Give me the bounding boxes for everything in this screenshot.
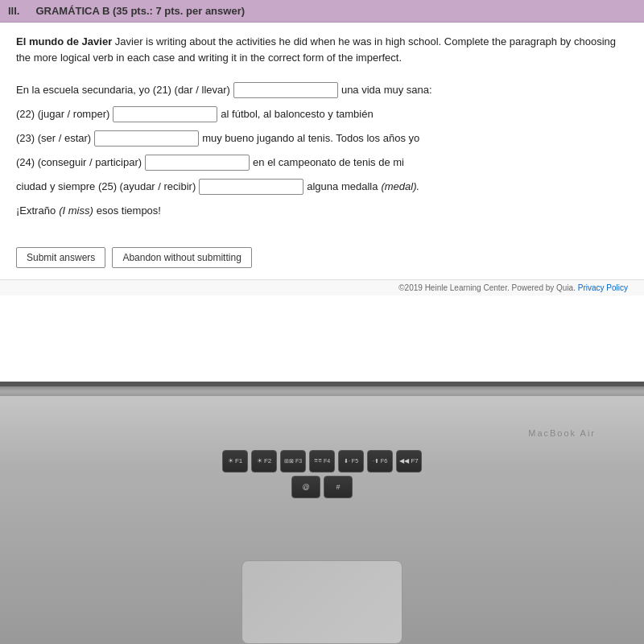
line5-after: alguna medalla [307, 176, 378, 197]
copyright-text: ©2019 Heinle Learning Center. Powered by… [398, 283, 576, 292]
line2-after: al fútbol, al baloncesto y también [221, 104, 373, 125]
key-f1[interactable]: ☀ F1 [222, 450, 248, 473]
exercise-line-1: En la escuela secundaria, yo (21) (dar /… [16, 80, 628, 101]
instructions: El mundo de Javier Javier is writing abo… [16, 34, 628, 65]
key-f7[interactable]: ◀◀ F7 [396, 450, 422, 473]
key-f5[interactable]: ⬇· F5 [338, 450, 364, 473]
answer-input-23[interactable] [94, 130, 199, 147]
section-title: GRAMÁTICA B (35 pts.: 7 pts. per answer) [35, 5, 245, 17]
answer-input-21[interactable] [233, 82, 338, 98]
keyboard: ☀ F1 ☀ F2 ⊞⊠ F3 ⠿⠿ F4 ⬇· F5 ·⬆ F6 ◀◀ F7 … [8, 446, 636, 544]
line3-after: muy bueno jugando al tenis. Todos los añ… [202, 128, 419, 149]
buttons-area: Submit answers Abandon without submittin… [0, 236, 644, 279]
line5-before: ciudad y siempre (25) (ayudar / recibir) [16, 176, 196, 197]
line1-before: En la escuela secundaria, yo (21) (dar /… [16, 80, 230, 101]
privacy-link[interactable]: Privacy Policy [578, 283, 628, 292]
key-f4[interactable]: ⠿⠿ F4 [309, 450, 335, 473]
key-f2[interactable]: ☀ F2 [251, 450, 277, 473]
line4-before: (24) (conseguir / participar) [16, 152, 142, 173]
answer-input-24[interactable] [145, 155, 250, 171]
exercise-title: El mundo de Javier [16, 35, 112, 47]
footer: ©2019 Heinle Learning Center. Powered by… [0, 279, 644, 295]
key-f6[interactable]: ·⬆ F6 [367, 450, 393, 473]
exercise-line-5: ciudad y siempre (25) (ayudar / recibir)… [16, 176, 628, 197]
submit-button[interactable]: Submit answers [16, 247, 105, 268]
answer-input-25[interactable] [199, 179, 303, 195]
closing-end: esos tiempos! [97, 200, 161, 221]
exercise-line-2: (22) (jugar / romper) al fútbol, al balo… [16, 104, 628, 125]
closing-text: ¡Extraño [16, 200, 56, 221]
brand-label: MacBook Air [528, 428, 596, 438]
medal-label: (medal). [381, 176, 419, 197]
line1-after: una vida muy sana: [341, 80, 432, 101]
closing-line: ¡Extraño (I miss) esos tiempos! [16, 200, 628, 221]
laptop-screen: III. GRAMÁTICA B (35 pts.: 7 pts. per an… [0, 0, 644, 386]
num-key-row: @ # [12, 476, 632, 498]
exercise-area: En la escuela secundaria, yo (21) (dar /… [16, 80, 628, 221]
fn-key-row: ☀ F1 ☀ F2 ⊞⊠ F3 ⠿⠿ F4 ⬇· F5 ·⬆ F6 ◀◀ F7 [12, 450, 632, 473]
i-miss-text: (I miss) [59, 200, 93, 221]
section-number: III. [8, 5, 19, 17]
abandon-button[interactable]: Abandon without submitting [112, 247, 251, 268]
section-header: III. GRAMÁTICA B (35 pts.: 7 pts. per an… [0, 0, 644, 23]
answer-input-22[interactable] [113, 106, 217, 122]
web-content: III. GRAMÁTICA B (35 pts.: 7 pts. per an… [0, 0, 644, 382]
line2-before: (22) (jugar / romper) [16, 104, 109, 125]
key-hash[interactable]: # [324, 476, 353, 498]
laptop-hinge [0, 386, 644, 396]
line3-before: (23) (ser / estar) [16, 128, 91, 149]
laptop-body: MacBook Air ☀ F1 ☀ F2 ⊞⊠ F3 ⠿⠿ F4 ⬇· F5 … [0, 386, 644, 644]
exercise-line-3: (23) (ser / estar) muy bueno jugando al … [16, 128, 628, 149]
exercise-line-4: (24) (conseguir / participar) en el camp… [16, 152, 628, 173]
line4-after: en el campeonato de tenis de mi [253, 152, 404, 173]
key-at[interactable]: @ [291, 476, 320, 498]
content-area: El mundo de Javier Javier is writing abo… [0, 23, 644, 236]
touchpad[interactable] [242, 560, 402, 644]
key-f3[interactable]: ⊞⊠ F3 [280, 450, 306, 473]
